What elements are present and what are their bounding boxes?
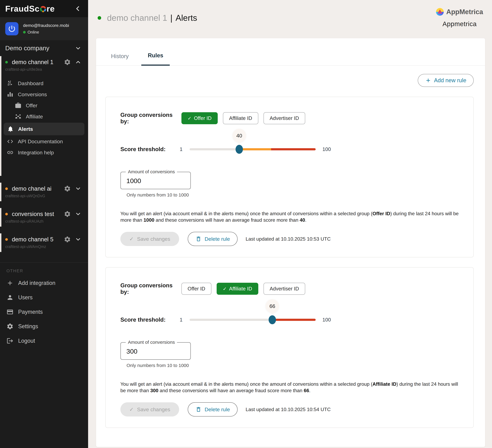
panel-body: Add new rule Group conversions by: ✓Offe… [96,74,485,428]
channel-header[interactable]: demo channel 1 crafttest-api-uX8e3ea [0,59,88,72]
sidebar-item-integration-help[interactable]: Integration help [0,147,88,158]
sidebar-item-offer[interactable]: Offer [0,100,88,111]
appmetrica-logo-text: AppMetrica [446,8,483,16]
bar-chart-icon [7,91,13,98]
online-status-dot [23,31,26,33]
sidebar-item-affiliate[interactable]: Affiliate [0,111,88,122]
channel-submenu: Dashboard Conversions Offer Affiliate Al… [0,78,88,158]
score-threshold-slider[interactable]: 66 [190,319,316,321]
group-option-advertiser-id[interactable]: ✓Advertiser ID [264,112,305,124]
sidebar-item-api-documentation[interactable]: API Documentation [0,136,88,147]
partner-name-label: Appmetrica [436,20,483,28]
last-updated-label: Last updated at 10.10.2025 10:53 UTC [246,236,330,242]
avatar [5,22,19,35]
slider-red-zone [272,319,316,321]
slider-max-label: 100 [322,317,331,323]
channel-section-demo-chanel-ai: demo chanel ai crafttest-api-uWQnDvG [0,182,88,202]
slider-red-zone [271,148,316,150]
page-header: demo channel 1 | Alerts AppMetrica Appme… [88,0,492,38]
user-info: demo@fraudscore.mobi Online [23,23,69,35]
sidebar-item-users[interactable]: Users [0,290,88,305]
add-new-rule-button[interactable]: Add new rule [418,74,474,87]
channel-section-demo-channel-1: demo channel 1 crafttest-api-uX8e3ea Das… [0,55,88,176]
sidebar-collapse-icon[interactable] [75,5,81,12]
slider-handle[interactable] [236,145,243,154]
company-name: Demo company [5,45,49,52]
delete-rule-button[interactable]: Delete rule [188,402,237,417]
handshake-icon [7,149,13,156]
sidebar-item-add-integration[interactable]: Add integration [0,276,88,290]
sidebar: FraudScre demo@fraudscore.mobi Online De… [0,0,88,448]
channel-name: demo chanel ai [12,185,60,192]
chevron-down-icon[interactable] [75,45,81,51]
channel-header[interactable]: conversions test crafttest-api-uRAUAzh [0,211,88,224]
chevron-down-icon[interactable] [75,211,81,217]
field-helper-text: Only numbers from 10 to 1000 [126,363,459,368]
group-option-advertiser-id[interactable]: ✓Advertiser ID [264,283,305,295]
appmetrica-logo-icon [436,8,444,16]
gear-icon[interactable] [64,236,71,243]
slider-max-label: 100 [322,146,331,152]
tab-rules[interactable]: Rules [141,52,170,66]
company-selector[interactable]: Demo company [0,40,88,55]
channel-header[interactable]: demo channel 5 crafttest-api-uWAmQmz [0,236,88,249]
trash-icon [195,236,202,242]
sidebar-item-logout[interactable]: Logout [0,334,88,348]
save-changes-button[interactable]: ✓Save changes [120,402,179,417]
amount-of-conversions-field[interactable]: Amount of conversions 1000 [120,172,191,189]
channel-name: demo channel 5 [12,236,60,243]
channel-header[interactable]: demo chanel ai crafttest-api-uWQnDvG [0,185,88,198]
power-icon [8,25,16,33]
save-changes-button[interactable]: ✓Save changes [120,232,179,246]
code-icon [7,138,13,145]
rule-description: You will get an alert (via account email… [120,381,459,394]
field-label: Amount of conversions [126,340,177,345]
gear-icon[interactable] [64,211,71,218]
online-status-label: Online [28,30,39,35]
check-icon: ✓ [129,406,134,412]
bell-icon [7,126,14,132]
rule-description: You will get an alert (via account email… [120,211,459,223]
sidebar-item-dashboard[interactable]: Dashboard [0,78,88,89]
sidebar-item-alerts[interactable]: Alerts [4,123,84,135]
delete-rule-button[interactable]: Delete rule [188,232,237,246]
brand-logo[interactable]: FraudScre [5,4,55,13]
page-title: demo channel 1 | Alerts [98,13,197,23]
page-title-pipe: | [170,13,172,23]
rule-card: Group conversions by: ✓Offer ID ✓Affilia… [105,97,474,257]
group-option-offer-id[interactable]: ✓Offer ID [181,283,211,295]
channel-api-key: crafttest-api-uX8e3ea [5,67,81,72]
group-option-affiliate-id[interactable]: ✓Affiliate ID [217,283,258,295]
check-icon: ✓ [223,286,227,292]
group-option-affiliate-id[interactable]: ✓Affiliate ID [223,112,258,124]
sidebar-item-settings[interactable]: Settings [0,319,88,334]
alerts-panel: History Rules Add new rule Group convers… [96,38,485,447]
score-threshold-label: Score threshold: [120,146,173,153]
chevron-down-icon[interactable] [75,236,81,243]
briefcase-icon [15,102,21,109]
group-option-offer-id[interactable]: ✓Offer ID [181,112,218,124]
chevron-down-icon[interactable] [75,185,81,192]
channel-status-dot [5,61,8,63]
gear-icon[interactable] [64,59,71,66]
chevron-up-icon[interactable] [75,59,81,65]
score-tooltip: 40 [233,129,246,142]
amount-of-conversions-field[interactable]: Amount of conversions 300 [120,342,191,360]
app-root: FraudScre demo@fraudscore.mobi Online De… [0,0,492,448]
channel-name: demo channel 1 [12,59,60,65]
tab-history[interactable]: History [104,53,135,65]
gear-icon[interactable] [64,185,71,192]
user-icon [6,294,13,301]
rule-card: Group conversions by: ✓Offer ID ✓Affilia… [105,267,474,428]
brand-text-end: re [47,4,55,13]
trash-icon [195,406,202,412]
group-by-label: Group conversions by: [120,282,176,295]
score-threshold-slider[interactable]: 40 [190,148,316,150]
slider-handle[interactable] [269,315,276,324]
sidebar-item-conversions[interactable]: Conversions [0,89,88,100]
group-by-label: Group conversions by: [120,112,176,125]
last-updated-label: Last updated at 10.10.2025 10:54 UTC [246,407,330,412]
gear-icon [6,323,13,330]
user-profile[interactable]: demo@fraudscore.mobi Online [0,17,88,40]
sidebar-item-payments[interactable]: Payments [0,305,88,319]
